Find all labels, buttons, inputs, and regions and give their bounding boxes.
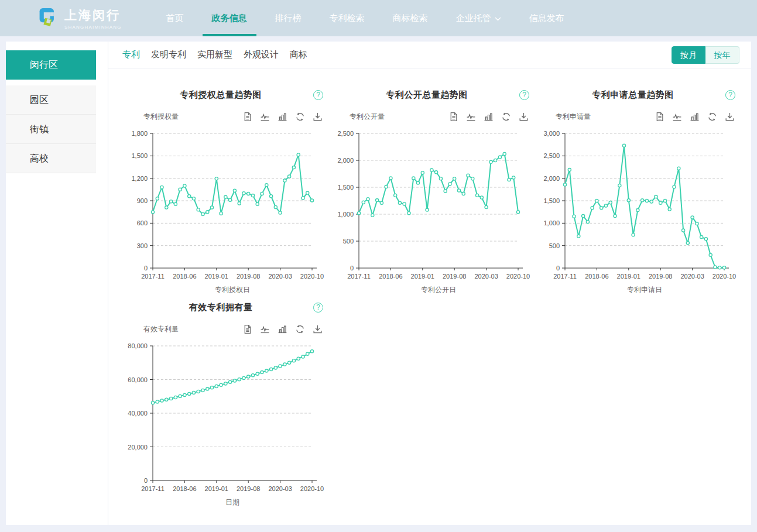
svg-text:专利授权日: 专利授权日	[215, 286, 250, 294]
svg-text:2019-01: 2019-01	[205, 485, 228, 492]
svg-text:0: 0	[144, 477, 148, 484]
svg-text:60,000: 60,000	[128, 376, 148, 383]
sidebar-item-towns[interactable]: 街镇	[6, 115, 96, 144]
sidebar-item-parks[interactable]: 园区	[6, 85, 96, 115]
line-chart-icon[interactable]	[672, 112, 682, 122]
y-axis-name: 专利公开量	[350, 112, 385, 122]
svg-text:2020-10: 2020-10	[713, 273, 736, 280]
y-axis-name: 专利申请量	[556, 112, 591, 122]
svg-text:2019-01: 2019-01	[205, 273, 228, 280]
download-icon[interactable]	[313, 112, 323, 122]
svg-text:40,000: 40,000	[128, 410, 148, 417]
bar-chart-icon[interactable]	[278, 324, 287, 334]
svg-text:2019-08: 2019-08	[443, 273, 466, 280]
svg-text:2018-06: 2018-06	[585, 273, 608, 280]
svg-text:1,500: 1,500	[131, 152, 148, 159]
svg-text:2019-01: 2019-01	[411, 273, 434, 280]
svg-text:900: 900	[137, 197, 148, 204]
sidebar-item-universities[interactable]: 高校	[6, 144, 96, 173]
refresh-icon[interactable]	[501, 112, 511, 122]
svg-text:2019-08: 2019-08	[237, 485, 260, 492]
y-axis-name: 专利授权量	[143, 112, 179, 122]
chart-card-grant-trend: 专利授权总量趋势图 ? 专利授权量 03006009001,2001,5001,…	[124, 90, 330, 296]
svg-text:专利公开日: 专利公开日	[421, 286, 456, 294]
download-icon[interactable]	[725, 112, 735, 122]
logo-icon	[37, 8, 59, 29]
refresh-icon[interactable]	[295, 112, 305, 122]
line-chart-icon[interactable]	[260, 324, 270, 334]
sidebar-item-minhang-district[interactable]: 闵行区	[6, 50, 96, 80]
svg-text:2018-06: 2018-06	[173, 273, 196, 280]
svg-text:2020-10: 2020-10	[300, 485, 324, 492]
nav-item-trademark-search[interactable]: 商标检索	[379, 0, 442, 36]
nav-item-gov-info[interactable]: 政务信息	[198, 0, 261, 36]
svg-text:日期: 日期	[225, 498, 239, 506]
category-tab-bar: 专利 发明专利 实用新型 外观设计 商标 按月 按年	[108, 42, 751, 68]
page-content: 闵行区 园区 街镇 高校 专利 发明专利 实用新型 外观设计 商标 按月 按年 …	[0, 36, 757, 532]
refresh-icon[interactable]	[295, 324, 305, 334]
chart-card-application-trend: 专利申请总量趋势图 ? 专利申请量 05001,0001,5002,0002,5…	[536, 90, 742, 296]
tab-utility-model[interactable]: 实用新型	[197, 49, 232, 60]
chart-canvas: 05001,0001,5002,0002,5003,0002017-112018…	[536, 126, 739, 296]
svg-text:0: 0	[144, 265, 148, 272]
svg-text:80,000: 80,000	[128, 342, 148, 349]
top-nav-bar: 上海闵行 SHANGHAIMINHANG 首页 政务信息 排行榜 专利检索 商标…	[0, 0, 757, 36]
tab-trademark[interactable]: 商标	[290, 49, 307, 60]
nav-item-ranking[interactable]: 排行榜	[261, 0, 316, 36]
tab-design[interactable]: 外观设计	[244, 49, 279, 60]
bar-chart-icon[interactable]	[484, 112, 494, 122]
svg-text:2020-03: 2020-03	[268, 485, 292, 492]
nav-item-info-release[interactable]: 信息发布	[515, 0, 578, 36]
svg-text:2018-06: 2018-06	[173, 485, 196, 492]
chart-card-publication-trend: 专利公开总量趋势图 ? 专利公开量 05001,0001,5002,0002,5…	[330, 90, 536, 296]
chart-toolbar	[655, 112, 735, 122]
chart-title: 专利公开总量趋势图	[386, 90, 468, 99]
data-view-icon[interactable]	[448, 112, 458, 122]
bar-chart-icon[interactable]	[278, 112, 287, 122]
svg-text:500: 500	[549, 242, 560, 249]
chart-toolbar	[448, 112, 529, 122]
nav-item-home[interactable]: 首页	[152, 0, 198, 36]
help-icon[interactable]: ?	[313, 303, 323, 313]
svg-text:1,500: 1,500	[543, 197, 560, 204]
svg-text:1,000: 1,000	[337, 211, 354, 218]
line-chart-icon[interactable]	[466, 112, 476, 122]
svg-text:20,000: 20,000	[128, 444, 148, 451]
tab-patent[interactable]: 专利	[122, 49, 140, 60]
svg-text:0: 0	[350, 265, 354, 272]
svg-text:1,000: 1,000	[543, 219, 560, 226]
chart-canvas: 03006009001,2001,5001,8002017-112018-062…	[124, 126, 327, 296]
help-icon[interactable]: ?	[725, 90, 735, 100]
help-icon[interactable]: ?	[313, 90, 323, 100]
svg-text:2,000: 2,000	[543, 175, 560, 182]
svg-text:3,000: 3,000	[543, 130, 560, 137]
chart-canvas: 020,00040,00060,00080,0002017-112018-062…	[124, 339, 327, 509]
logo-title: 上海闵行	[64, 7, 122, 23]
svg-text:2020-03: 2020-03	[474, 273, 498, 280]
download-icon[interactable]	[519, 112, 529, 122]
svg-text:2017-11: 2017-11	[553, 273, 577, 280]
data-view-icon[interactable]	[242, 324, 252, 334]
nav-item-enterprise-hosting[interactable]: 企业托管	[442, 0, 515, 36]
download-icon[interactable]	[313, 324, 323, 334]
nav-item-patent-search[interactable]: 专利检索	[316, 0, 379, 36]
line-chart-icon[interactable]	[260, 112, 270, 122]
bar-chart-icon[interactable]	[690, 112, 700, 122]
svg-text:2020-10: 2020-10	[300, 273, 324, 280]
svg-text:300: 300	[137, 242, 148, 249]
data-view-icon[interactable]	[242, 112, 252, 122]
svg-text:1,800: 1,800	[131, 130, 148, 137]
svg-text:600: 600	[137, 219, 148, 226]
by-month-button[interactable]: 按月	[672, 46, 705, 64]
refresh-icon[interactable]	[707, 112, 717, 122]
help-icon[interactable]: ?	[519, 90, 529, 100]
data-view-icon[interactable]	[655, 112, 664, 122]
svg-text:2017-11: 2017-11	[141, 273, 165, 280]
by-year-button[interactable]: 按年	[705, 46, 739, 64]
app-logo[interactable]: 上海闵行 SHANGHAIMINHANG	[37, 0, 122, 36]
tab-invention-patent[interactable]: 发明专利	[151, 49, 186, 60]
svg-text:2020-10: 2020-10	[506, 273, 530, 280]
chart-canvas: 05001,0001,5002,0002,5002017-112018-0620…	[330, 126, 533, 296]
svg-text:1,500: 1,500	[337, 184, 354, 191]
line-chart-application: 05001,0001,5002,0002,5003,0002017-112018…	[536, 126, 742, 296]
